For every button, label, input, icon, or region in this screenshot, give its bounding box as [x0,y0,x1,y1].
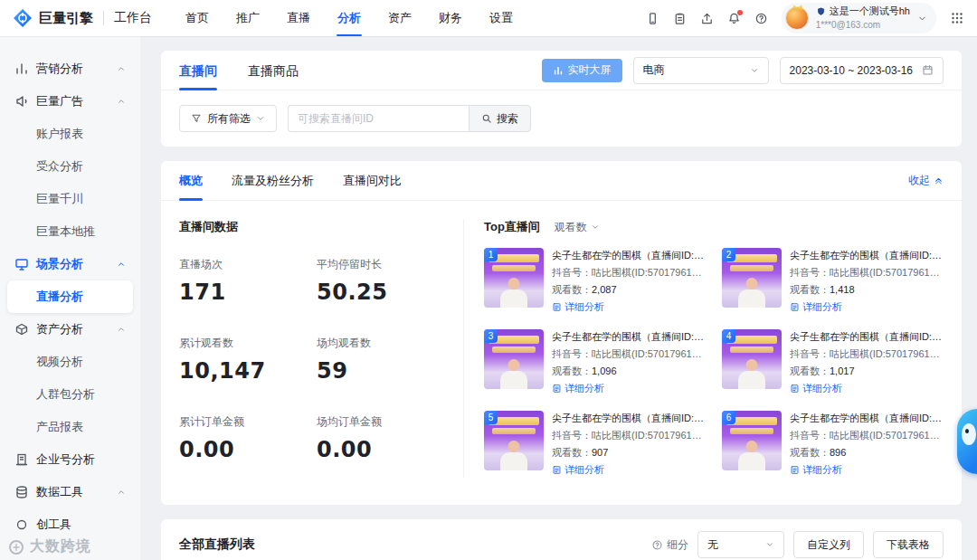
live-room-thumbnail[interactable]: 1 [484,248,544,308]
live-room-card: 2 尖子生都在学的围棋（直播间ID: 721091... 抖音号：咕比围棋(ID… [722,248,944,315]
sidebar-item-asset-analysis[interactable]: 资产分析 [7,313,133,346]
business-type-select[interactable]: 电商 [633,57,769,84]
nav-promotion[interactable]: 推广 [223,0,273,36]
tab-overview[interactable]: 概览 [179,161,203,201]
sidebar-item-marketing-analysis[interactable]: 营销分析 [7,52,133,85]
live-room-title: 尖子生都在学的围棋（直播间ID: 72098... [552,249,706,262]
custom-columns-button[interactable]: 自定义列 [793,531,864,558]
segment-label: 细分 [651,537,688,553]
sidebar-item-label: 创工具 [36,517,71,533]
mascot-widget[interactable] [957,409,977,474]
live-room-thumbnail[interactable]: 3 [484,329,544,389]
live-room-title: 尖子生都在学的围棋（直播间ID: 72094... [552,330,706,344]
live-room-thumbnail[interactable]: 5 [484,411,544,470]
stat-live-sessions: 直播场次 171 [179,257,317,305]
help-icon[interactable] [754,12,768,25]
live-room-account: 抖音号：咕比围棋(ID:57017961223) [552,429,706,442]
host-figure [508,359,520,371]
stat-avg-stay-duration: 平均停留时长 50.25 [317,257,454,305]
sidebar-item-creation-tools[interactable]: 创工具 [7,508,133,541]
host-figure [746,278,758,289]
detail-analysis-link[interactable]: 详细分析 [790,300,842,314]
tab-live-room[interactable]: 直播间 [179,51,217,90]
apps-grid-icon[interactable] [950,11,964,25]
top-rooms-header: Top直播间 观看数 [484,219,944,235]
nav-analysis[interactable]: 分析 [324,0,375,36]
sidebar-item-label: 受众分析 [36,158,83,175]
collapse-toggle[interactable]: 收起 [908,173,944,188]
stat-avg-order-amount: 场均订单金额 0.00 [317,414,454,462]
sidebar-item-product-report[interactable]: 产品报表 [7,411,133,443]
tab-live-products[interactable]: 直播商品 [248,51,299,90]
brand[interactable]: 巨量引擎 工作台 [13,8,152,28]
sort-by-views-dropdown[interactable]: 观看数 [555,220,600,235]
nav-home[interactable]: 首页 [172,0,223,36]
sidebar-item-account-report[interactable]: 账户报表 [7,118,133,150]
host-figure [508,441,520,452]
sidebar-item-juliang-ads[interactable]: 巨量广告 [7,85,133,118]
live-room-account: 抖音号：咕比围棋(ID:57017961223) [552,266,706,280]
sidebar: 营销分析 巨量广告 账户报表 受众分析 巨量千川 巨量本地推 场景分析 直播分析… [0,36,140,560]
upload-icon[interactable] [700,12,714,25]
live-room-id-search-input[interactable] [288,105,469,132]
bell-icon[interactable] [727,12,741,25]
nav-finance[interactable]: 财务 [425,0,476,36]
host-figure [738,452,765,470]
nav-settings[interactable]: 设置 [476,0,526,36]
thumbnail-banner [730,428,773,434]
realtime-screen-button[interactable]: 实时大屏 [542,59,622,82]
detail-analysis-link[interactable]: 详细分析 [552,382,604,395]
sidebar-item-audience-pack-analysis[interactable]: 人群包分析 [7,378,133,411]
building-icon [14,452,29,467]
main-content: 直播间 直播商品 实时大屏 电商 2023-03-10 ~ 2023-03-16 [140,36,977,560]
date-range-picker[interactable]: 2023-03-10 ~ 2023-03-16 [780,57,944,84]
download-table-button[interactable]: 下载表格 [873,531,944,558]
thumbnail-banner [730,265,773,271]
segment-select[interactable]: 无 [697,531,784,558]
divider [103,11,104,25]
host-figure [738,289,765,308]
chevron-down-icon [765,540,774,549]
live-room-views: 观看数：1,418 [790,283,944,297]
wrench-icon [14,517,29,532]
topbar: 巨量引擎 工作台 首页 推广 直播 分析 资产 财务 设置 [0,0,977,36]
topbar-utilities: 这是一个测试号hh 1***0@163.com [646,3,964,34]
nav-assets[interactable]: 资产 [375,0,425,36]
sidebar-item-data-tools[interactable]: 数据工具 [7,476,133,508]
tasks-icon[interactable] [673,12,687,25]
chart-bars-icon [553,65,564,76]
detail-analysis-link[interactable]: 详细分析 [790,382,842,395]
rooms-grid: 1 尖子生都在学的围棋（直播间ID: 72098... 抖音号：咕比围棋(ID:… [484,248,944,478]
sidebar-item-local-promotion[interactable]: 巨量本地推 [7,215,133,248]
live-room-thumbnail[interactable]: 2 [722,248,782,308]
sidebar-item-live-analysis[interactable]: 直播分析 [7,280,133,313]
live-room-thumbnail[interactable]: 6 [722,411,782,470]
detail-analysis-link[interactable]: 详细分析 [552,300,604,314]
tab-room-compare[interactable]: 直播间对比 [343,161,402,201]
all-filters-button[interactable]: 所有筛选 [179,105,277,132]
report-icon [790,465,800,475]
sidebar-item-qianchuan[interactable]: 巨量千川 [7,183,133,215]
sidebar-item-video-analysis[interactable]: 视频分析 [7,346,133,378]
top-rooms-title: Top直播间 [484,219,540,235]
tab-traffic-fans[interactable]: 流量及粉丝分析 [232,161,314,201]
thumbnail-banner [492,346,536,353]
sidebar-item-enterprise-analysis[interactable]: 企业号分析 [7,443,133,476]
sidebar-item-label: 巨量本地推 [36,223,95,240]
detail-analysis-link[interactable]: 详细分析 [552,463,604,477]
bar-chart-icon [14,62,29,76]
nav-live[interactable]: 直播 [273,0,324,36]
user-menu[interactable]: 这是一个测试号hh 1***0@163.com [782,3,936,34]
search-button[interactable]: 搜索 [469,105,531,132]
stats-grid: 直播场次 171 平均停留时长 50.25 累计观看数 10,147 场均观看数… [179,257,454,462]
mobile-icon[interactable] [646,12,659,25]
brand-name: 巨量引擎 [39,10,93,27]
sidebar-item-label: 营销分析 [36,61,83,77]
sidebar-item-label: 产品报表 [36,419,83,435]
chevron-up-icon [117,260,126,269]
live-room-thumbnail[interactable]: 4 [722,329,782,389]
sidebar-item-scene-analysis[interactable]: 场景分析 [7,248,133,280]
sidebar-item-audience-analysis[interactable]: 受众分析 [7,150,133,183]
top-live-rooms: Top直播间 观看数 1 [464,219,944,478]
detail-analysis-link[interactable]: 详细分析 [790,463,842,477]
